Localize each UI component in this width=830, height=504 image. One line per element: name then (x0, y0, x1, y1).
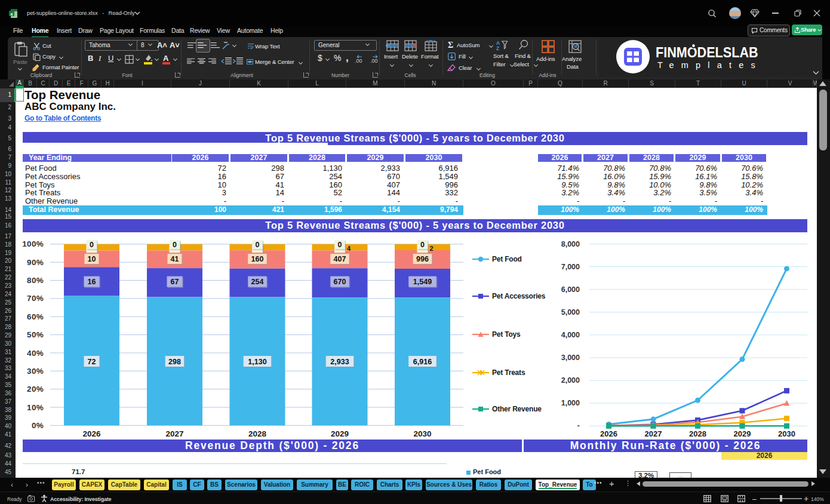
svg-text:16: 16 (88, 278, 96, 286)
svg-text:0: 0 (173, 241, 177, 249)
svg-text:4,000: 4,000 (561, 331, 580, 339)
svg-text:2028: 2028 (689, 429, 706, 438)
svg-text:2028: 2028 (248, 429, 267, 438)
svg-text:2: 2 (430, 245, 434, 252)
svg-text:1,000: 1,000 (561, 399, 580, 407)
svg-text:5,000: 5,000 (561, 308, 580, 316)
svg-text:2026: 2026 (600, 429, 617, 438)
svg-text:.00: .00 (370, 58, 378, 64)
svg-text:1,549: 1,549 (413, 278, 432, 286)
svg-text:670: 670 (334, 278, 346, 286)
svg-text:2026: 2026 (82, 429, 101, 438)
svg-text:90%: 90% (27, 258, 44, 267)
svg-text:4: 4 (347, 245, 351, 252)
svg-text:2,933: 2,933 (330, 358, 349, 366)
svg-text:6,916: 6,916 (413, 358, 432, 366)
svg-text:50%: 50% (27, 330, 44, 339)
svg-text:30%: 30% (27, 367, 44, 376)
svg-text:2027: 2027 (165, 429, 183, 438)
svg-text:7,000: 7,000 (561, 263, 580, 271)
svg-text:2029: 2029 (331, 429, 349, 438)
svg-text:100%: 100% (22, 239, 44, 248)
svg-text:0: 0 (420, 241, 425, 249)
svg-text:-: - (577, 422, 580, 430)
svg-text:1,130: 1,130 (248, 358, 266, 366)
svg-text:Z: Z (496, 45, 499, 51)
svg-text:3,000: 3,000 (561, 354, 580, 362)
svg-text:2,000: 2,000 (561, 376, 580, 385)
svg-text:40%: 40% (27, 349, 44, 358)
svg-text:x: x (10, 11, 13, 17)
svg-text:.00: .00 (355, 58, 362, 64)
svg-text:0: 0 (90, 241, 94, 249)
svg-text:0: 0 (256, 241, 260, 249)
svg-text:2030: 2030 (413, 429, 431, 438)
svg-text:254: 254 (251, 278, 264, 286)
svg-text:70%: 70% (27, 294, 44, 303)
svg-text:996: 996 (416, 255, 429, 263)
svg-text:2027: 2027 (645, 429, 662, 438)
svg-text:80%: 80% (27, 276, 44, 285)
svg-text:20%: 20% (27, 385, 44, 394)
svg-text:0: 0 (338, 241, 342, 249)
svg-text:72: 72 (88, 358, 96, 366)
svg-text:2029: 2029 (734, 429, 751, 438)
svg-text:160: 160 (251, 255, 264, 263)
svg-text:60%: 60% (27, 312, 44, 321)
svg-text:0%: 0% (32, 421, 44, 430)
svg-text:10%: 10% (27, 403, 44, 412)
svg-text:6,000: 6,000 (561, 285, 580, 294)
svg-text:41: 41 (171, 255, 179, 263)
svg-text:67: 67 (171, 278, 179, 286)
svg-text:8,000: 8,000 (561, 240, 580, 248)
svg-text:407: 407 (334, 255, 346, 263)
svg-text:10: 10 (88, 255, 96, 263)
svg-text:298: 298 (168, 358, 181, 366)
svg-text:2030: 2030 (778, 429, 795, 438)
